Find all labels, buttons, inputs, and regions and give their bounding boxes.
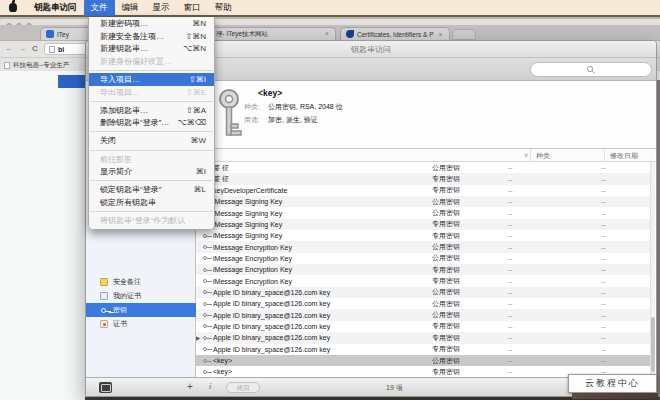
certificate-icon	[100, 320, 108, 328]
table-row[interactable]: Apple ID binary_space@126.com key专用密钥---…	[196, 344, 655, 355]
row-modified: --	[508, 368, 513, 375]
sidebar-item-安全备注[interactable]: 安全备注	[86, 275, 196, 289]
scrollbar-thumb[interactable]	[651, 317, 655, 372]
disclosure-icon[interactable]: ▶	[196, 335, 202, 341]
sidebar-item-label: 安全备注	[113, 277, 141, 287]
menu-item[interactable]: 新建钥匙串…⌥⌘N	[89, 42, 214, 55]
menu-item[interactable]: 导入项目…⇧⌘I	[89, 73, 214, 86]
search-input[interactable]	[530, 62, 652, 77]
table-row[interactable]: ▶Apple ID binary_space@126.com key专用密钥--…	[196, 332, 655, 343]
menu-item-shortcut: ⇧⌘I	[189, 75, 206, 84]
menu-item-shortcut: ⌘W	[190, 136, 206, 145]
menu-item[interactable]: 锁定钥匙串“登录”⌘L	[89, 183, 214, 196]
menubar-item[interactable]: 显示	[146, 0, 177, 16]
table-row[interactable]: Apple ID binary_space@126.com key专用密钥---…	[196, 321, 655, 332]
menu-item-label: 关闭	[100, 135, 116, 146]
menu-item[interactable]: 关闭⌘W	[89, 135, 214, 148]
sidebar-item-密钥[interactable]: 密钥	[86, 303, 196, 317]
menu-item-label: 导入项目…	[100, 74, 140, 85]
row-modified: --	[508, 187, 513, 194]
reload-icon[interactable]: C	[32, 44, 38, 53]
row-name: iMessage Signing Key	[213, 198, 282, 205]
row-kind: 专用密钥	[432, 174, 460, 184]
vertical-scrollbar[interactable]	[650, 162, 655, 376]
sidebar-item-证书[interactable]: 证书	[86, 317, 196, 331]
row-modified: --	[508, 334, 513, 341]
menu-item: 前往那里	[89, 153, 214, 166]
menu-item[interactable]: 锁定所有钥匙串	[89, 196, 214, 209]
row-expires: --	[601, 357, 606, 364]
iteye-favicon-icon	[46, 30, 54, 38]
table-row[interactable]: iMessage Signing Key公用密钥----	[196, 207, 655, 218]
row-modified: --	[508, 198, 513, 205]
tab-close-icon[interactable]: ×	[325, 30, 329, 37]
table-row[interactable]: <key>公用密钥----	[196, 355, 655, 366]
menu-item[interactable]: 添加钥匙串…⇧⌘A	[89, 104, 214, 117]
browser-tab-certificates[interactable]: Certificates, Identifiers & P ×	[340, 27, 450, 40]
menu-item[interactable]: 新建安全备注项…⇧⌘N	[89, 30, 214, 43]
table-row[interactable]: Apple ID binary_space@126.com key公用密钥---…	[196, 287, 655, 298]
screen: ITey 理- ITeye技术网站 × Certificates, Identi…	[0, 0, 660, 400]
row-expires: --	[601, 346, 606, 353]
row-name: Apple ID binary_space@126.com key	[213, 334, 330, 341]
apple-menu-icon[interactable]	[9, 3, 17, 12]
key-name: <key>	[258, 88, 282, 98]
menu-item[interactable]: 删除钥匙串“登录”…⌥⌘⌫	[89, 117, 214, 130]
menu-item[interactable]: 显示简介⌘I	[89, 165, 214, 178]
table-row[interactable]: Apple ID binary_space@126.com key公用密钥---…	[196, 309, 655, 320]
sidebar-toggle-icon[interactable]	[99, 382, 112, 393]
row-kind: 公用密钥	[432, 310, 460, 320]
table-row[interactable]: Apple ID binary_space@126.com key公用密钥---…	[196, 298, 655, 309]
usage-value: 加密, 派生, 验证	[268, 115, 318, 125]
row-modified: --	[508, 323, 513, 330]
column-header-kind[interactable]: 种类	[536, 151, 550, 161]
menubar-item[interactable]: 编辑	[115, 0, 146, 16]
row-name: iMessage Signing Key	[213, 221, 282, 228]
new-tab-button[interactable]	[452, 29, 476, 40]
row-kind: 公用密钥	[432, 299, 460, 309]
row-name: Apple ID binary_space@126.com key	[213, 312, 330, 319]
table-row[interactable]: iMessage Encryption Key公用密钥----	[196, 241, 655, 252]
row-name: Apple ID binary_space@126.com key	[213, 346, 330, 353]
apple-dev-favicon-icon	[346, 30, 354, 38]
menu-item-label: 新建身份偏好设置…	[100, 56, 172, 67]
sort-indicator-icon[interactable]: ∨	[524, 151, 528, 158]
row-expires: --	[601, 300, 606, 307]
forward-icon[interactable]: →	[18, 44, 26, 53]
column-divider[interactable]	[604, 149, 605, 162]
menu-item: 将钥匙串“登录”作为默认	[89, 214, 214, 227]
tab-close-icon[interactable]: ×	[439, 31, 443, 38]
add-item-button[interactable]: +	[187, 381, 193, 392]
table-row[interactable]: iMessage Signing Key公用密钥----	[196, 196, 655, 207]
bookmark-item[interactable]: 科技电器--专业生产	[4, 61, 69, 70]
menubar-item[interactable]: 文件	[84, 0, 115, 16]
table-row[interactable]: 签 征专用密钥----	[196, 173, 655, 184]
table-row[interactable]: keyDeveloperCertificate专用密钥----	[196, 185, 655, 196]
tab-label-continued: 理- ITeye技术网站	[216, 30, 268, 39]
row-kind: 专用密钥	[432, 231, 460, 241]
row-expires: --	[601, 278, 606, 285]
table-row[interactable]: iMessage Signing Key专用密钥----	[196, 219, 655, 230]
row-modified: --	[508, 176, 513, 183]
menubar-item[interactable]: 钥匙串访问	[27, 0, 84, 16]
menu-item[interactable]: 新建密码项…⌘N	[89, 17, 214, 30]
table-row[interactable]: iMessage Signing Key专用密钥----	[196, 230, 655, 241]
menubar-item[interactable]: 窗口	[177, 0, 208, 16]
menu-item-shortcut: ⌘N	[192, 19, 206, 28]
table-row[interactable]: 签 征公用密钥----	[196, 162, 655, 173]
back-icon[interactable]: ←	[5, 44, 13, 53]
row-expires: --	[601, 289, 606, 296]
row-expires: --	[601, 244, 606, 251]
sidebar-item-label: 我的证书	[113, 291, 141, 301]
table-row[interactable]: iMessage Encryption Key专用密钥----	[196, 264, 655, 275]
info-button[interactable]: i	[209, 382, 211, 391]
column-divider[interactable]	[530, 149, 531, 162]
row-modified: --	[508, 255, 513, 262]
menubar-item[interactable]: 帮助	[208, 0, 239, 16]
table-row[interactable]: iMessage Encryption Key公用密钥----	[196, 253, 655, 264]
sidebar-item-我的证书[interactable]: 我的证书	[86, 289, 196, 303]
table-row[interactable]: iMessage Encryption Key专用密钥----	[196, 275, 655, 286]
bookmark-icon	[4, 62, 10, 69]
column-header-modified[interactable]: 修改日期	[610, 151, 638, 161]
row-kind: 公用密钥	[432, 208, 460, 218]
